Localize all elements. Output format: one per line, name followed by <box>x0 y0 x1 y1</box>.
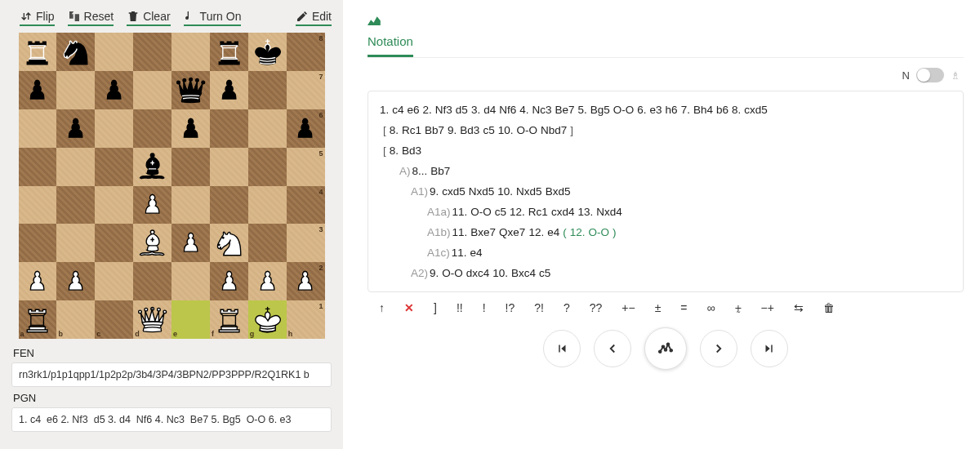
move-token[interactable]: 9. <box>448 120 457 140</box>
square-d7[interactable] <box>133 71 172 109</box>
move-token[interactable]: Nf3 <box>435 100 452 120</box>
piece-wR[interactable] <box>212 303 246 336</box>
square-f4[interactable] <box>210 186 248 224</box>
square-f3[interactable] <box>210 224 248 262</box>
nav-prev-button[interactable] <box>594 330 631 367</box>
move-token[interactable]: h6 <box>666 100 678 120</box>
square-b4[interactable] <box>56 186 95 224</box>
piece-wR[interactable] <box>20 303 54 336</box>
move-token[interactable]: Bd3 <box>460 120 479 140</box>
nav-last-button[interactable] <box>751 330 788 367</box>
move-token[interactable]: cxd5 <box>442 181 466 202</box>
square-a5[interactable] <box>19 148 57 186</box>
piece-wP[interactable] <box>174 226 207 260</box>
flip-button[interactable]: Flip <box>20 10 55 26</box>
square-h5[interactable]: 5 <box>287 148 325 186</box>
square-g2[interactable] <box>248 262 287 300</box>
move-token[interactable]: Nbd7 <box>541 120 567 140</box>
piece-wQ[interactable] <box>136 303 169 336</box>
square-a6[interactable] <box>19 109 57 148</box>
annotation-symbol[interactable]: ± <box>655 301 662 314</box>
square-c7[interactable] <box>95 71 133 109</box>
square-d5[interactable] <box>133 148 172 186</box>
square-b6[interactable] <box>56 109 95 148</box>
annotation-symbol[interactable]: ?? <box>590 301 603 314</box>
move-token[interactable]: 11. <box>452 242 467 263</box>
move-token[interactable]: O-O <box>613 100 635 120</box>
square-f2[interactable] <box>210 262 248 300</box>
move-token[interactable]: b6 <box>716 100 728 120</box>
move-token[interactable]: 12. <box>570 222 586 242</box>
move-token[interactable]: 10. <box>497 181 513 202</box>
move-token[interactable]: e6 <box>408 100 420 120</box>
move-token[interactable]: ] <box>570 120 573 140</box>
square-g1[interactable]: g <box>248 300 287 339</box>
square-a4[interactable] <box>19 186 57 224</box>
move-token[interactable]: Nxd5 <box>469 181 495 202</box>
piece-bP[interactable] <box>174 112 207 145</box>
move-token[interactable]: 7. <box>681 100 690 120</box>
move-token[interactable]: e3 <box>650 100 662 120</box>
move-token[interactable]: Bxc4 <box>511 263 536 283</box>
move-token[interactable]: 10. <box>492 263 508 283</box>
square-d8[interactable] <box>133 33 172 71</box>
square-b1[interactable]: b <box>56 300 95 339</box>
move-token[interactable]: 11. <box>452 222 468 242</box>
square-e7[interactable] <box>172 71 210 109</box>
move-token[interactable]: Bxd5 <box>546 181 571 202</box>
square-h1[interactable]: 1h <box>287 300 325 339</box>
annotation-symbol[interactable]: = <box>680 301 687 314</box>
move-token[interactable]: O-O <box>588 222 609 242</box>
move-token[interactable]: c5 <box>539 263 550 283</box>
square-a7[interactable] <box>19 71 57 109</box>
square-d4[interactable] <box>133 186 172 224</box>
square-d6[interactable] <box>133 109 172 148</box>
move-token[interactable]: 8. <box>732 100 741 120</box>
move-token[interactable]: 2. <box>423 100 432 120</box>
square-e4[interactable] <box>172 186 210 224</box>
move-token[interactable]: 12. <box>528 222 544 242</box>
square-h4[interactable]: 4 <box>287 186 325 224</box>
square-d2[interactable] <box>133 262 172 300</box>
piece-wN[interactable] <box>212 226 246 260</box>
square-e5[interactable] <box>172 148 210 186</box>
move-token[interactable]: 1. <box>380 100 389 120</box>
square-g5[interactable] <box>248 148 287 186</box>
move-token[interactable]: c4 <box>392 100 403 120</box>
move-token[interactable]: Bb7 <box>425 120 444 140</box>
piece-bR[interactable] <box>20 35 54 69</box>
piece-bK[interactable] <box>251 35 284 69</box>
move-token[interactable]: 9. <box>430 263 439 283</box>
move-token[interactable]: Nc3 <box>532 100 551 120</box>
piece-bQ[interactable] <box>174 73 207 107</box>
square-b7[interactable] <box>56 71 95 109</box>
move-token[interactable]: ( <box>563 222 567 242</box>
move-token[interactable]: 9. <box>430 181 439 202</box>
square-h3[interactable]: 3 <box>287 224 325 262</box>
piece-bP[interactable] <box>59 112 92 145</box>
move-token[interactable]: 6. <box>637 100 646 120</box>
square-h6[interactable]: 6 <box>287 109 325 148</box>
move-token[interactable]: d4 <box>483 100 496 120</box>
square-h2[interactable]: 2 <box>287 262 325 300</box>
move-token[interactable]: 10. <box>498 120 514 140</box>
move-token[interactable]: O-O <box>470 202 492 222</box>
move-token[interactable]: 5. <box>578 100 587 120</box>
square-c2[interactable] <box>95 262 133 300</box>
square-c5[interactable] <box>95 148 133 186</box>
piece-bP[interactable] <box>97 73 131 107</box>
move-token[interactable]: Rc1 <box>528 202 548 222</box>
toggle-switch[interactable] <box>916 68 944 82</box>
square-g8[interactable] <box>248 33 287 71</box>
square-e8[interactable] <box>172 33 210 71</box>
piece-bP[interactable] <box>288 112 322 145</box>
move-token[interactable]: [ <box>383 120 386 140</box>
piece-wB[interactable] <box>136 226 169 260</box>
piece-bN[interactable] <box>59 35 92 69</box>
annotation-symbol[interactable]: −+ <box>761 301 774 314</box>
move-token[interactable]: d5 <box>456 100 468 120</box>
square-f6[interactable] <box>210 109 248 148</box>
piece-wP[interactable] <box>20 265 54 298</box>
square-b8[interactable] <box>56 33 95 71</box>
square-e1[interactable]: e <box>172 300 210 339</box>
